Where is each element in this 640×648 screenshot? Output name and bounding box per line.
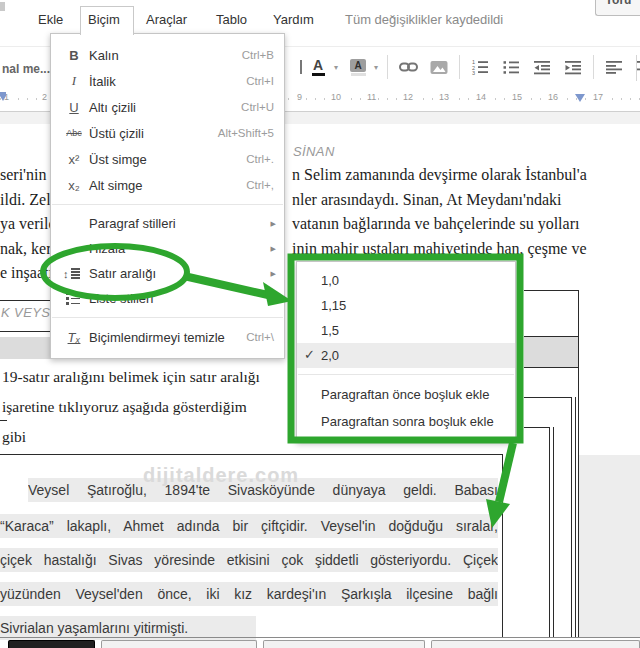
ruler-mark: 11 <box>365 92 378 102</box>
note-line: 19-satır aralığını belimek için satır ar… <box>2 368 260 386</box>
left-indent-marker[interactable] <box>0 92 6 96</box>
ruler-mark: 10 <box>329 92 343 102</box>
line-spacing-submenu: 1,0 1,15 1,5 ✓ 2,0 Paragraftan önce boşl… <box>296 261 516 442</box>
text-color-caret-icon[interactable]: ▾ <box>334 63 338 72</box>
subscript-icon: x₂ <box>63 178 85 193</box>
menu-item-list-styles[interactable]: Liste stilleri ▶ <box>51 286 284 311</box>
table-border <box>502 454 503 638</box>
strikethrough-icon: Abc <box>63 128 85 138</box>
menu-item-subscript[interactable]: x₂ Alt simge Ctrl+, <box>51 172 284 198</box>
highlight-color-caret-icon[interactable]: ▾ <box>374 63 378 72</box>
toolbar-separator <box>459 55 460 79</box>
shortcut-label: Ctrl+. <box>246 153 284 165</box>
spacing-option-1-5[interactable]: 1,5 <box>297 318 515 343</box>
add-space-before-paragraph[interactable]: Paragraftan önce boşluk ekle <box>297 381 515 408</box>
menu-item-label: Üstü çizili <box>89 126 144 141</box>
doc-text-line: seri'nin <box>0 166 46 184</box>
menu-item-label: Altı çizili <box>89 100 136 115</box>
comments-button-partial[interactable]: Yoru <box>595 0 640 16</box>
paragraph-style-dropdown[interactable]: nal me... <box>2 62 50 76</box>
table-border <box>575 397 576 638</box>
ruler-mark: 9 <box>295 92 304 102</box>
menubar-item-araclar[interactable]: Araçlar <box>146 12 187 27</box>
numbered-list-icon: 123 <box>471 59 489 75</box>
note-line: gibi <box>2 428 26 446</box>
submenu-arrow-icon: ▶ <box>271 220 284 228</box>
underline-button-partial[interactable] <box>300 60 302 74</box>
menu-item-label: Biçimlendirmeyi temizle <box>89 330 225 345</box>
option-label: 1,15 <box>321 298 346 313</box>
highlight-color-button[interactable]: A <box>347 55 369 79</box>
menu-item-line-spacing[interactable]: ↕ Satır aralığı ▶ <box>51 261 284 286</box>
ruler-mark: 13 <box>437 92 451 102</box>
clear-formatting-icon: Tₓ <box>63 330 85 345</box>
align-center-button[interactable] <box>634 55 640 79</box>
increase-indent-button[interactable] <box>562 55 584 79</box>
doc-text-line: ya verile <box>0 215 56 233</box>
ruler-mark: 17 <box>591 92 605 102</box>
table-border <box>524 397 572 398</box>
add-space-after-paragraph[interactable]: Paragraftan sonra boşluk ekle <box>297 408 515 435</box>
menu-item-label: Satır aralığı <box>89 266 156 281</box>
superscript-icon: x² <box>63 152 85 167</box>
toolbar-cut-edge <box>636 55 637 81</box>
option-label: 1,5 <box>321 323 339 338</box>
menu-item-bold[interactable]: B Kalın Ctrl+B <box>51 42 284 68</box>
menubar-item-yardim[interactable]: Yardım <box>273 12 314 27</box>
insert-link-button[interactable] <box>397 55 419 79</box>
taskbar-button-active[interactable] <box>8 640 95 648</box>
right-indent-marker[interactable] <box>575 94 585 102</box>
numbered-list-button[interactable]: 123 <box>469 55 491 79</box>
shortcut-label: Ctrl+, <box>246 179 284 191</box>
check-icon: ✓ <box>304 347 315 362</box>
menu-item-paragraph-styles[interactable]: Paragraf stilleri ▶ <box>51 211 284 236</box>
toolbar-separator <box>593 55 594 79</box>
ruler-mark: 15 <box>510 92 524 102</box>
menu-item-underline[interactable]: U Altı çizili Ctrl+U <box>51 94 284 120</box>
spacing-option-1-15[interactable]: 1,15 <box>297 293 515 318</box>
menu-item-superscript[interactable]: x² Üst simge Ctrl+. <box>51 146 284 172</box>
svg-text:3: 3 <box>472 70 475 75</box>
google-docs-window: Ekle Biçim Araçlar Tablo Yardım Tüm deği… <box>0 0 640 648</box>
italic-icon: I <box>63 73 85 89</box>
highlight-color-icon: A <box>350 59 366 76</box>
menu-item-strikethrough[interactable]: Abc Üstü çizili Alt+Shift+5 <box>51 120 284 146</box>
option-label: Paragraftan önce boşluk ekle <box>321 387 489 402</box>
ruler-mark: 2 <box>40 92 49 102</box>
save-status: Tüm değişiklikler kaydedildi <box>345 12 503 27</box>
menu-item-label: Liste stilleri <box>89 291 153 306</box>
decrease-indent-button[interactable] <box>531 55 553 79</box>
shortcut-label: Ctrl+B <box>242 49 284 61</box>
submenu-arrow-icon: ▶ <box>271 245 284 253</box>
toolbar-separator <box>387 55 388 79</box>
line-spacing-icon: ↕ <box>63 268 85 280</box>
taskbar-button[interactable] <box>431 640 640 648</box>
table-border <box>524 427 550 428</box>
menu-item-italic[interactable]: I İtalik Ctrl+I <box>51 68 284 94</box>
taskbar-button[interactable] <box>263 640 425 648</box>
menu-item-align[interactable]: Hizala ▶ <box>51 236 284 261</box>
paragraph-line: çiçek hastalığı Sivas yöresinde etkisini… <box>0 548 498 572</box>
menubar-item-bicim[interactable]: Biçim <box>88 12 120 27</box>
doc-text-line: e inşaatı <box>0 264 53 282</box>
spacing-option-1-0[interactable]: 1,0 <box>297 268 515 293</box>
menu-item-clear-formatting[interactable]: Tₓ Biçimlendirmeyi temizle Ctrl+\ <box>51 324 284 350</box>
menubar-item-ekle[interactable]: Ekle <box>38 12 63 27</box>
increase-indent-icon <box>564 59 582 75</box>
shortcut-label: Ctrl+I <box>246 75 284 87</box>
table-border <box>0 300 50 301</box>
ruler-mark: 16 <box>546 92 560 102</box>
list-styles-icon <box>63 292 85 305</box>
align-left-button[interactable] <box>603 55 625 79</box>
bold-icon: B <box>63 48 85 63</box>
taskbar-button[interactable] <box>101 640 257 648</box>
page-gray-region <box>579 455 640 637</box>
menu-item-label: Üst simge <box>89 152 147 167</box>
insert-image-button[interactable] <box>428 55 450 79</box>
menubar-item-tablo[interactable]: Tablo <box>216 12 247 27</box>
text-color-button[interactable]: A <box>307 55 329 79</box>
decrease-indent-icon <box>533 59 551 75</box>
shortcut-label: Ctrl+\ <box>246 331 284 343</box>
bulleted-list-button[interactable] <box>500 55 522 79</box>
spacing-option-2-0-selected[interactable]: ✓ 2,0 <box>297 343 515 368</box>
